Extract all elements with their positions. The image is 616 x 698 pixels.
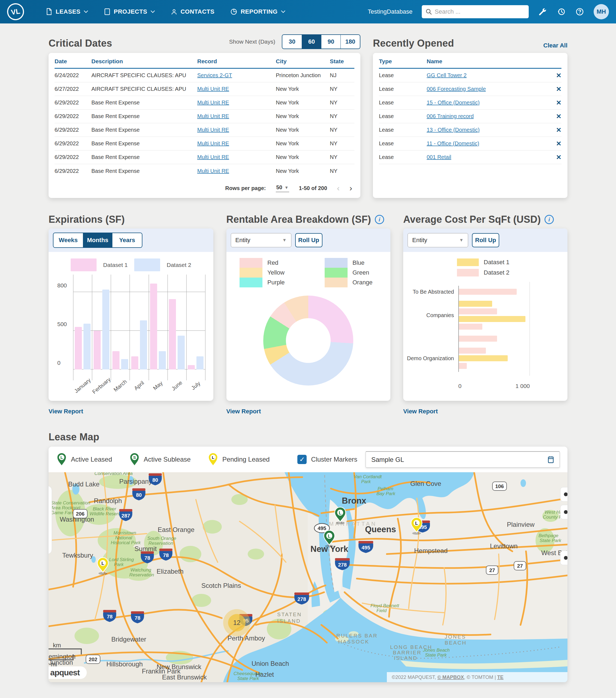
record-link[interactable]: Multi Unit RE [197, 86, 229, 92]
svg-text:78: 78 [144, 555, 150, 561]
remove-item-icon[interactable]: ✕ [552, 99, 561, 107]
donut-chart[interactable] [263, 296, 353, 386]
lease-link[interactable]: 006 Training record [427, 113, 474, 119]
lease-link[interactable]: 006 Forecasting Sample [427, 86, 486, 92]
bar-group [186, 279, 205, 369]
rollup-button[interactable]: Roll Up [472, 233, 499, 247]
remove-item-icon[interactable]: ✕ [552, 126, 561, 134]
svg-text:Elizabeth: Elizabeth [156, 568, 183, 575]
remove-item-icon[interactable]: ✕ [552, 113, 561, 120]
clear-all-button[interactable]: Clear All [544, 42, 567, 49]
lease-link[interactable]: 001 Retail [427, 154, 451, 160]
terms-link[interactable]: TE [497, 674, 504, 680]
svg-text:Floyd Bennett: Floyd Bennett [370, 603, 399, 608]
days-90-button[interactable]: 90 [321, 35, 341, 48]
record-link[interactable]: Multi Unit RE [197, 99, 229, 106]
info-icon[interactable]: i [375, 215, 384, 224]
history-icon[interactable] [557, 7, 566, 16]
svg-text:78: 78 [163, 553, 168, 558]
bar [159, 351, 166, 369]
cell-type: Lease [379, 72, 427, 79]
legend-item[interactable]: Orange [325, 278, 377, 288]
bar-group [111, 279, 129, 369]
remove-item-icon[interactable]: ✕ [552, 154, 561, 161]
lease-link[interactable]: GG Cell Tower 2 [427, 72, 466, 78]
info-icon[interactable]: i [545, 215, 554, 224]
svg-text:apquest: apquest [50, 668, 80, 677]
avatar[interactable]: MH [594, 4, 609, 19]
mapbox-link[interactable]: © MAPBOX [437, 674, 464, 680]
cell-state: NY [330, 140, 354, 147]
menu-leases[interactable]: LEASES [46, 8, 88, 15]
legend-item[interactable]: Green [325, 268, 377, 278]
rows-per-page-select[interactable]: 50▼ [276, 184, 289, 192]
svg-text:278: 278 [297, 596, 306, 602]
bar-group [459, 333, 530, 345]
bar [112, 351, 120, 369]
prev-page-button[interactable]: ‹ [337, 184, 340, 192]
sample-gl-select[interactable]: Sample GL [366, 451, 560, 467]
record-link[interactable]: Multi Unit RE [197, 127, 229, 133]
global-search[interactable] [422, 5, 529, 18]
cell-city: New York [276, 168, 330, 174]
cell-city: New York [276, 154, 330, 160]
view-report-link[interactable]: View Report [227, 408, 391, 415]
remove-item-icon[interactable]: ✕ [552, 72, 561, 79]
bar [459, 336, 497, 341]
days-60-button[interactable]: 60 [302, 35, 321, 48]
lease-link[interactable]: 13 - Office (Domestic) [427, 127, 480, 133]
next-page-button[interactable]: › [350, 184, 352, 192]
legend-item[interactable]: Dataset 1 [457, 259, 514, 266]
show-next-label: Show Next (Days) [229, 39, 275, 45]
record-link[interactable]: Services 2-GT [197, 72, 232, 78]
remove-item-icon[interactable]: ✕ [552, 140, 561, 148]
rollup-button[interactable]: Roll Up [295, 233, 323, 247]
entity-select[interactable]: Entity▼ [231, 233, 291, 247]
days-180-button[interactable]: 180 [341, 35, 360, 48]
legend-item[interactable]: Yellow [239, 268, 292, 278]
list-item: LeaseGG Cell Tower 2✕ [379, 69, 561, 82]
menu-projects[interactable]: PROJECTS [104, 8, 155, 15]
lease-map-canvas[interactable]: Conservation Area State Conservation Are… [49, 472, 567, 682]
tools-icon[interactable] [538, 7, 547, 16]
tab-months[interactable]: Months [83, 233, 112, 247]
menu-reporting[interactable]: REPORTING [230, 8, 285, 15]
legend-item[interactable]: Dataset 2 [457, 269, 514, 277]
person-icon [171, 8, 177, 15]
record-link[interactable]: Multi Unit RE [197, 140, 229, 146]
menu-contacts[interactable]: CONTACTS [171, 8, 215, 15]
legend-swatch [457, 269, 479, 277]
record-link[interactable]: Multi Unit RE [197, 168, 229, 174]
green-pin-icon: S [129, 452, 140, 467]
mapquest-logo: apquest [49, 666, 87, 679]
legend-item[interactable]: Purple [239, 278, 292, 288]
legend-item[interactable]: Red [239, 258, 292, 268]
cell-description: AIRCRAFT SPECIFIC CLAUSES: APU [91, 72, 197, 79]
lease-link[interactable]: 15 - Office (Domestic) [427, 99, 480, 106]
help-icon[interactable] [575, 7, 584, 16]
cluster-markers-checkbox[interactable]: ✓ [297, 455, 307, 464]
view-report-link[interactable]: View Report [403, 408, 567, 415]
legend-item[interactable]: Blue [325, 258, 377, 268]
svg-text:L: L [339, 511, 342, 516]
legend-swatch [325, 258, 347, 268]
search-input[interactable] [435, 8, 525, 15]
avg-cost-legend: Dataset 1Dataset 2 [403, 259, 567, 277]
tab-weeks[interactable]: Weeks [54, 233, 83, 247]
cluster-marker[interactable]: 12 [223, 609, 250, 637]
app-logo[interactable]: VL [6, 2, 25, 21]
cell-type: Lease [379, 154, 427, 160]
tab-years[interactable]: Years [112, 233, 142, 247]
record-link[interactable]: Multi Unit RE [197, 154, 229, 160]
days-30-button[interactable]: 30 [282, 35, 302, 48]
svg-text:Hempstead: Hempstead [414, 547, 448, 554]
lease-link[interactable]: 11 - Office (Domestic) [427, 140, 479, 146]
view-report-link[interactable]: View Report [49, 408, 213, 415]
svg-text:State Conservation: State Conservation [51, 500, 90, 505]
record-link[interactable]: Multi Unit RE [197, 113, 229, 119]
svg-text:Summit: Summit [135, 545, 157, 553]
svg-text:S: S [133, 455, 136, 460]
y-tick: 800 [57, 282, 67, 289]
entity-select[interactable]: Entity▼ [408, 233, 468, 247]
remove-item-icon[interactable]: ✕ [552, 85, 561, 93]
